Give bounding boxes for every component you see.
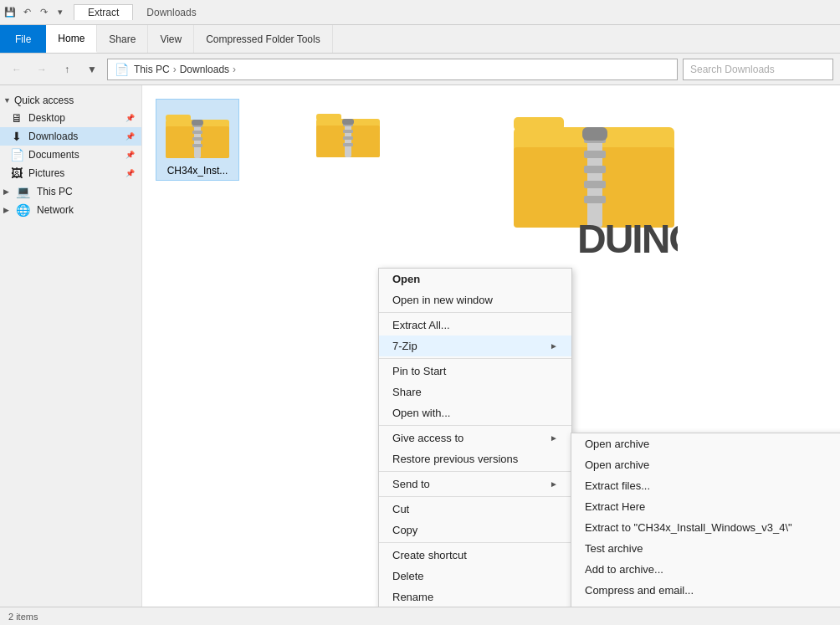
svg-rect-25 — [584, 181, 606, 188]
submenu-test-archive-label: Test archive — [585, 542, 643, 555]
sidebar-label-pictures: Pictures — [28, 167, 64, 179]
submenu-extract-files[interactable]: Extract files... — [571, 475, 840, 496]
submenu-add-7z[interactable]: Add to "CH34x_Install_Windows_v3_4_2.7z" — [571, 601, 840, 607]
svg-rect-7 — [192, 144, 202, 147]
folder-item-1[interactable]: CH34x_Inst... — [156, 99, 239, 181]
path-sep1: › — [173, 64, 177, 75]
ctx-pin-to-start[interactable]: Pin to Start — [379, 361, 571, 382]
ctx-7zip-label: 7-Zip — [392, 340, 417, 352]
ctx-sep5 — [379, 496, 571, 497]
submenu-7zip: Open archive Open archive ► Extract file… — [571, 433, 840, 607]
ctx-7zip[interactable]: 7-Zip ► — [379, 336, 571, 356]
submenu-add-7z-label: Add to "CH34x_Install_Windows_v3_4_2.7z" — [585, 605, 802, 607]
submenu-open-archive[interactable]: Open archive — [571, 433, 840, 454]
ribbon-tab-home[interactable]: Home — [46, 25, 97, 53]
svg-rect-6 — [192, 137, 202, 141]
ctx-give-access[interactable]: Give access to ► — [379, 428, 571, 448]
svg-rect-24 — [584, 166, 606, 173]
ctx-restore-prev[interactable]: Restore previous versions — [379, 448, 571, 469]
path-sep2: › — [233, 64, 236, 75]
this-pc-icon: 💻 — [16, 185, 30, 198]
collapse-arrow-quick-access: ▼ — [3, 96, 11, 105]
submenu-add-to-archive-label: Add to archive... — [585, 563, 663, 576]
submenu-compress-email[interactable]: Compress and email... — [571, 580, 840, 601]
search-placeholder: Search Downloads — [690, 64, 775, 75]
sidebar-item-downloads[interactable]: ⬇ Downloads 📌 — [0, 127, 141, 146]
documents-icon: 📄 — [10, 148, 23, 161]
ribbon-tab-share[interactable]: Share — [97, 25, 148, 53]
address-path[interactable]: 📄 This PC › Downloads › — [107, 59, 678, 80]
context-menu: Open Open in new window Extract All... 7… — [378, 268, 572, 607]
svg-rect-16 — [343, 143, 353, 146]
ribbon-tab-compressed[interactable]: Compressed Folder Tools — [194, 25, 333, 53]
redo-icon[interactable]: ↷ — [37, 6, 50, 19]
undo-icon[interactable]: ↶ — [20, 6, 33, 19]
search-box[interactable]: Search Downloads — [683, 59, 833, 80]
submenu-extract-to[interactable]: Extract to "CH34x_Install_Windows_v3_4\" — [571, 517, 840, 538]
ctx-rename[interactable]: Rename — [379, 587, 571, 607]
tab-downloads-title[interactable]: Downloads — [133, 5, 209, 20]
sidebar: ▼ Quick access 🖥 Desktop 📌 ⬇ Downloads 📌… — [0, 85, 142, 607]
ctx-open-with[interactable]: Open with... — [379, 402, 571, 423]
folder-large-svg — [510, 92, 678, 293]
recent-button[interactable]: ▼ — [82, 59, 102, 79]
submenu-open-archive2-label: Open archive — [585, 459, 649, 471]
ctx-delete[interactable]: Delete — [379, 566, 571, 587]
folder-label-1: CH34x_Inst... — [167, 165, 228, 177]
submenu-test-archive[interactable]: Test archive — [571, 538, 840, 559]
folder-grid: CH34x_Inst... — [142, 85, 840, 194]
submenu-extract-here[interactable]: Extract Here — [571, 496, 840, 517]
svg-rect-8 — [192, 120, 203, 126]
sidebar-item-desktop[interactable]: 🖥 Desktop 📌 — [0, 109, 141, 127]
ctx-open-new-window[interactable]: Open in new window — [379, 289, 571, 310]
ctx-send-to[interactable]: Send to ► — [379, 474, 571, 494]
path-downloads[interactable]: Downloads — [180, 64, 229, 75]
status-bar: 2 items — [0, 607, 840, 625]
back-button[interactable]: ← — [7, 59, 27, 79]
sidebar-item-documents[interactable]: 📄 Documents 📌 — [0, 146, 141, 164]
sidebar-heading-quick-access[interactable]: ▼ Quick access — [0, 92, 141, 109]
ctx-sep2 — [379, 358, 571, 359]
ribbon-tab-view[interactable]: View — [148, 25, 194, 53]
quick-access-label: Quick access — [14, 95, 74, 106]
forward-button[interactable]: → — [32, 59, 52, 79]
ctx-open-new-window-label: Open in new window — [392, 294, 493, 306]
ctx-copy-label: Copy — [392, 524, 417, 536]
ctx-extract-all[interactable]: Extract All... — [379, 315, 571, 336]
submenu-open-archive2[interactable]: Open archive ► — [571, 454, 840, 475]
ctx-give-access-arrow: ► — [550, 433, 558, 443]
submenu-compress-email-label: Compress and email... — [585, 584, 694, 597]
ctx-sep4 — [379, 471, 571, 472]
ctx-create-shortcut-label: Create shortcut — [392, 549, 467, 561]
tab-extract[interactable]: Extract — [74, 4, 133, 20]
ctx-cut-label: Cut — [392, 503, 409, 515]
ctx-create-shortcut[interactable]: Create shortcut — [379, 545, 571, 566]
status-text: 2 items — [8, 612, 38, 622]
ctx-open[interactable]: Open — [379, 269, 571, 289]
sidebar-label-downloads: Downloads — [28, 131, 78, 142]
ctx-share[interactable]: Share — [379, 382, 571, 402]
sidebar-heading-this-pc[interactable]: ▶ 💻 This PC — [0, 182, 141, 201]
path-icon: 📄 — [115, 63, 129, 76]
ctx-give-access-label: Give access to — [392, 432, 464, 444]
path-this-pc[interactable]: This PC — [134, 64, 170, 75]
ribbon: File Home Share View Compressed Folder T… — [0, 25, 840, 54]
dropdown-icon[interactable]: ▾ — [54, 6, 67, 19]
ctx-sep3 — [379, 425, 571, 426]
svg-rect-17 — [342, 119, 354, 125]
ctx-cut[interactable]: Cut — [379, 499, 571, 520]
submenu-extract-to-label: Extract to "CH34x_Install_Windows_v3_4\" — [585, 521, 792, 534]
folder-item-2[interactable] — [306, 99, 390, 181]
quick-access-toolbar[interactable]: 💾 ↶ ↷ ▾ — [3, 6, 67, 19]
ribbon-tab-file[interactable]: File — [0, 25, 46, 53]
collapse-arrow-this-pc: ▶ — [3, 187, 9, 196]
up-button[interactable]: ↑ — [57, 59, 77, 79]
sidebar-heading-network[interactable]: ▶ 🌐 Network — [0, 201, 141, 219]
sidebar-item-pictures[interactable]: 🖼 Pictures 📌 — [0, 164, 141, 182]
ctx-send-to-label: Send to — [392, 478, 430, 490]
ctx-copy[interactable]: Copy — [379, 520, 571, 540]
downloads-icon: ⬇ — [10, 130, 23, 143]
ctx-restore-prev-label: Restore previous versions — [392, 453, 518, 465]
submenu-add-to-archive[interactable]: Add to archive... — [571, 559, 840, 580]
save-icon[interactable]: 💾 — [3, 6, 17, 19]
